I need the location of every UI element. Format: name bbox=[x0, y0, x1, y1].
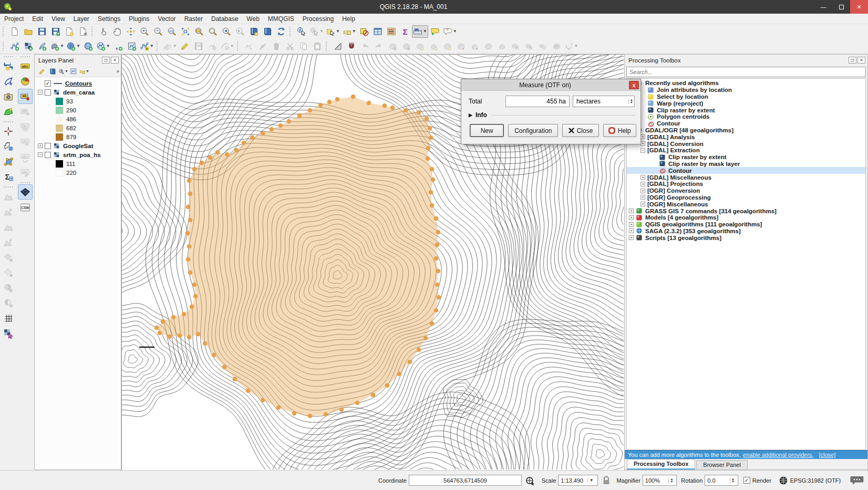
show-bookmarks-button[interactable] bbox=[261, 25, 274, 38]
add-wfs-layer-button[interactable]: ▼ bbox=[95, 40, 111, 53]
menu-view[interactable]: View bbox=[47, 14, 69, 24]
close-button[interactable]: ✕ bbox=[850, 0, 868, 14]
layer-class-item[interactable]: 682 bbox=[35, 123, 121, 132]
save-project-button[interactable] bbox=[35, 25, 49, 38]
zoom-to-layer-button[interactable] bbox=[192, 25, 206, 38]
toolbox-item[interactable]: Warp (reproject) bbox=[627, 100, 865, 107]
toolbox-item[interactable]: Clip raster by extent bbox=[627, 154, 865, 161]
filter-legend-icon[interactable] bbox=[68, 67, 79, 76]
coordinate-capture-button[interactable] bbox=[1, 123, 16, 139]
topology-checker-button[interactable] bbox=[1, 154, 16, 169]
layer-item-contours[interactable]: ✓Contours bbox=[35, 79, 121, 88]
float-panel-icon[interactable]: ◳ bbox=[849, 57, 856, 64]
layer-item-srtm_poa_hs[interactable]: −srtm_poa_hs bbox=[35, 150, 121, 159]
total-value-field[interactable]: 455 ha bbox=[505, 96, 570, 107]
layer-class-item[interactable]: 486 bbox=[35, 114, 121, 123]
menu-vector[interactable]: Vector bbox=[154, 14, 180, 24]
menu-mmqgis[interactable]: MMQGIS bbox=[264, 14, 298, 24]
chevron-down-icon[interactable]: ▼ bbox=[352, 29, 356, 34]
chevron-down-icon[interactable]: ▼ bbox=[230, 44, 234, 48]
zoom-native-button[interactable]: 1:1 bbox=[165, 25, 179, 38]
pan-map-button[interactable] bbox=[110, 25, 124, 38]
close-panel-icon[interactable]: ✕ bbox=[111, 57, 119, 64]
tree-expander-icon[interactable]: + bbox=[629, 222, 634, 227]
configuration-button[interactable]: Configuration bbox=[508, 124, 558, 137]
chevron-down-icon[interactable]: ▼ bbox=[587, 478, 595, 483]
layer-class-item[interactable]: 111 bbox=[35, 159, 121, 168]
toolbox-item[interactable]: Join attributes by location bbox=[627, 87, 865, 93]
add-delimited-text-layer-button[interactable]: , bbox=[111, 40, 125, 53]
toggle-editing-button[interactable] bbox=[178, 40, 192, 53]
tree-expander-icon[interactable]: + bbox=[640, 134, 645, 139]
menu-database[interactable]: Database bbox=[207, 14, 242, 24]
new-project-button[interactable] bbox=[8, 25, 22, 38]
toolbox-item[interactable]: +[OGR] Conversion bbox=[627, 187, 865, 194]
layer-class-item[interactable]: 290 bbox=[35, 106, 121, 114]
chevron-down-icon[interactable]: ▼ bbox=[173, 44, 177, 48]
menu-plugins[interactable]: Plugins bbox=[125, 14, 153, 24]
help-button[interactable]: Help bbox=[603, 124, 636, 137]
tree-expander-icon[interactable]: + bbox=[38, 143, 43, 148]
tree-expander-icon[interactable]: − bbox=[38, 152, 43, 157]
spinner-arrows-icon[interactable]: ▲▼ bbox=[730, 478, 736, 483]
minimize-button[interactable]: — bbox=[814, 0, 832, 14]
add-postgis-layer-button[interactable]: ▼ bbox=[49, 40, 65, 53]
menu-help[interactable]: Help bbox=[338, 14, 359, 24]
chevron-down-icon[interactable]: ▼ bbox=[453, 29, 457, 34]
toolbox-item[interactable]: +Scripts [13 geoalgorithms] bbox=[627, 234, 865, 241]
spinner-arrows-icon[interactable]: ▲▼ bbox=[628, 99, 634, 104]
zoom-out-button[interactable]: − bbox=[151, 25, 165, 38]
layer-checkbox[interactable]: ✓ bbox=[45, 80, 51, 87]
layer-diagrams-button[interactable] bbox=[18, 74, 33, 89]
tree-expander-icon[interactable]: + bbox=[640, 182, 645, 186]
tree-expander-icon[interactable]: + bbox=[629, 215, 634, 220]
toolbox-item[interactable]: +[OGR] Geoprocessing bbox=[627, 194, 865, 201]
zoom-to-selection-button[interactable] bbox=[206, 25, 220, 38]
tree-expander-icon[interactable]: + bbox=[640, 195, 645, 200]
python-console-button[interactable] bbox=[1, 58, 16, 74]
toggle-extents-icon[interactable] bbox=[525, 475, 535, 486]
zoom-last-button[interactable]: ◂ bbox=[220, 25, 233, 38]
chevron-down-icon[interactable]: ▼ bbox=[423, 29, 427, 34]
new-layer-menu-button[interactable]: ▼ bbox=[139, 40, 155, 53]
enable-providers-link[interactable]: enable additional providers. bbox=[743, 452, 814, 458]
render-checkbox[interactable]: ✓ bbox=[743, 477, 750, 484]
layer-checkbox[interactable] bbox=[45, 143, 51, 149]
pan-to-selection-button[interactable] bbox=[124, 25, 138, 38]
identify-features-button[interactable]: i bbox=[295, 25, 308, 38]
toolbox-item[interactable]: Contour bbox=[627, 167, 865, 174]
tree-expander-icon[interactable]: + bbox=[640, 175, 645, 180]
open-project-button[interactable] bbox=[22, 25, 35, 38]
heatmap-tool-button[interactable] bbox=[1, 104, 16, 119]
magnifier-spinbox[interactable]: 100%▲▼ bbox=[643, 475, 677, 486]
tree-expander-icon[interactable]: − bbox=[38, 90, 43, 95]
cad-tools-button[interactable] bbox=[331, 40, 345, 53]
add-wcs-layer-button[interactable] bbox=[81, 40, 95, 53]
save-project-as-button[interactable] bbox=[49, 25, 63, 38]
close-measure-button[interactable]: Close bbox=[562, 124, 598, 137]
toolbox-item[interactable]: +Models [4 geoalgorithms] bbox=[627, 214, 865, 221]
chevron-down-icon[interactable]: ▼ bbox=[76, 44, 80, 48]
add-wms-layer-button[interactable]: ▼ bbox=[65, 40, 81, 53]
menu-project[interactable]: Project bbox=[0, 14, 28, 24]
select-by-expression-button[interactable]: ε▼ bbox=[341, 25, 357, 38]
toolbox-item[interactable]: Select by location bbox=[627, 93, 865, 100]
new-bookmark-button[interactable] bbox=[247, 25, 261, 38]
menu-settings[interactable]: Settings bbox=[94, 14, 125, 24]
zoom-in-button[interactable]: + bbox=[138, 25, 151, 38]
toolbox-item[interactable]: Contour bbox=[627, 120, 865, 127]
open-attribute-table-button[interactable] bbox=[371, 25, 385, 38]
pin-labels-button[interactable]: ab bbox=[18, 89, 33, 104]
measure-button[interactable]: ▼ bbox=[412, 25, 428, 38]
toolbox-item[interactable]: +[GDAL] Analysis bbox=[627, 133, 865, 140]
tree-expander-icon[interactable]: + bbox=[629, 208, 634, 213]
menu-raster[interactable]: Raster bbox=[180, 14, 207, 24]
offline-editing-button[interactable] bbox=[1, 139, 16, 154]
toolbox-item[interactable]: +[GDAL] Miscellaneous bbox=[627, 174, 865, 181]
dialog-close-icon[interactable]: x bbox=[629, 81, 639, 89]
style-manager-icon[interactable] bbox=[37, 67, 47, 76]
expand-info-icon[interactable]: ▶ bbox=[469, 112, 472, 118]
manage-visibility-icon[interactable]: ▼ bbox=[58, 67, 68, 76]
log-messages-icon[interactable] bbox=[850, 475, 864, 486]
close-notification-link[interactable]: [close] bbox=[819, 452, 835, 458]
